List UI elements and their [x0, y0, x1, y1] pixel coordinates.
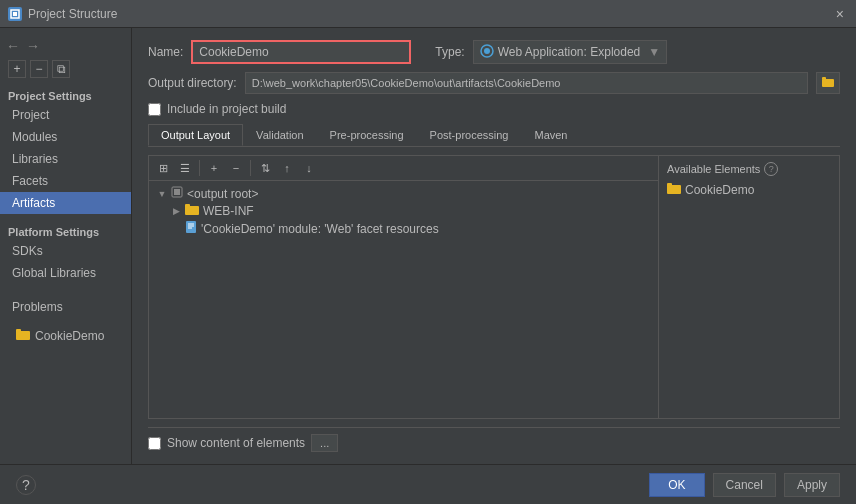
tab-validation[interactable]: Validation [243, 124, 317, 146]
tree-area: ▼ <output root> ▶ [149, 181, 658, 418]
apply-button[interactable]: Apply [784, 473, 840, 497]
output-dir-label: Output directory: [148, 76, 237, 90]
panel-sort-btn[interactable]: ⇅ [255, 159, 275, 177]
ok-button[interactable]: OK [649, 473, 704, 497]
sidebar-item-modules-label: Modules [12, 130, 57, 144]
sidebar-add-button[interactable]: + [8, 60, 26, 78]
available-folder-icon [667, 182, 681, 197]
list-icon: ☰ [180, 162, 190, 175]
output-dir-row: Output directory: [148, 72, 840, 94]
cancel-button[interactable]: Cancel [713, 473, 776, 497]
panel-add-btn[interactable]: + [204, 159, 224, 177]
sidebar-item-project[interactable]: Project [0, 104, 131, 126]
grid-icon: ⊞ [159, 162, 168, 175]
sidebar: ← → + − ⧉ Project Settings Project Modul… [0, 28, 132, 464]
svg-rect-1 [13, 12, 17, 16]
sidebar-item-facets[interactable]: Facets [0, 170, 131, 192]
name-type-row: Name: Type: Web Application: Exploded ▼ [148, 40, 840, 64]
svg-point-5 [484, 48, 490, 54]
tree-item-facet-resources[interactable]: 'CookieDemo' module: 'Web' facet resourc… [149, 219, 658, 238]
sidebar-toolbar: + − ⧉ [0, 56, 131, 84]
nav-forward-button[interactable]: → [24, 38, 42, 54]
tab-maven[interactable]: Maven [521, 124, 580, 146]
tree-item-output-root[interactable]: ▼ <output root> [149, 185, 658, 202]
svg-rect-12 [186, 221, 196, 233]
dialog-footer: ? OK Cancel Apply [0, 464, 856, 504]
project-settings-header: Project Settings [0, 84, 131, 104]
sidebar-artifact-cookiedemo[interactable]: CookieDemo [4, 326, 127, 345]
output-layout-area: ⊞ ☰ + − ⇅ [148, 155, 840, 419]
panel-up-btn[interactable]: ↑ [277, 159, 297, 177]
dialog-body: ← → + − ⧉ Project Settings Project Modul… [0, 28, 856, 464]
tab-pre-processing[interactable]: Pre-processing [317, 124, 417, 146]
panel-grid-btn[interactable]: ⊞ [153, 159, 173, 177]
sidebar-item-global-libraries[interactable]: Global Libraries [0, 262, 131, 284]
output-root-icon [171, 186, 183, 201]
up-icon: ↑ [284, 162, 290, 174]
folder-icon [16, 328, 30, 343]
svg-rect-9 [174, 189, 180, 195]
sidebar-item-artifacts-label: Artifacts [12, 196, 55, 210]
left-panel: ⊞ ☰ + − ⇅ [149, 156, 659, 418]
available-item-cookiedemo[interactable]: CookieDemo [663, 180, 835, 199]
sidebar-remove-button[interactable]: − [30, 60, 48, 78]
type-select-icon [480, 44, 494, 61]
tab-output-layout[interactable]: Output Layout [148, 124, 243, 146]
svg-rect-7 [822, 77, 826, 80]
output-dir-input[interactable] [245, 72, 808, 94]
sidebar-item-artifacts[interactable]: Artifacts [0, 192, 131, 214]
remove-icon: − [233, 162, 239, 174]
sidebar-item-sdks-label: SDKs [12, 244, 43, 258]
more-button[interactable]: ... [311, 434, 338, 452]
svg-rect-17 [667, 183, 672, 187]
nav-arrows: ← → [0, 36, 131, 56]
tree-expand-icon: ▼ [157, 189, 167, 199]
panel-down-btn[interactable]: ↓ [299, 159, 319, 177]
tree-item-facet-resources-label: 'CookieDemo' module: 'Web' facet resourc… [201, 222, 439, 236]
tree-item-webinf[interactable]: ▶ WEB-INF [149, 202, 658, 219]
sidebar-item-problems[interactable]: Problems [0, 296, 131, 318]
help-circle-icon[interactable]: ? [764, 162, 778, 176]
toolbar-divider-2 [250, 160, 251, 176]
sidebar-copy-button[interactable]: ⧉ [52, 60, 70, 78]
sidebar-item-libraries[interactable]: Libraries [0, 148, 131, 170]
tree-item-webinf-label: WEB-INF [203, 204, 254, 218]
sidebar-item-global-libraries-label: Global Libraries [12, 266, 96, 280]
name-label: Name: [148, 45, 183, 59]
svg-rect-11 [185, 204, 190, 208]
panel-toolbar: ⊞ ☰ + − ⇅ [149, 156, 658, 181]
sidebar-item-modules[interactable]: Modules [0, 126, 131, 148]
close-button[interactable]: × [832, 6, 848, 22]
webinf-folder-icon [185, 203, 199, 218]
sort-icon: ⇅ [261, 162, 270, 175]
include-build-row: Include in project build [148, 102, 840, 116]
tabs-bar: Output Layout Validation Pre-processing … [148, 124, 840, 147]
output-browse-button[interactable] [816, 72, 840, 94]
sidebar-item-libraries-label: Libraries [12, 152, 58, 166]
footer-help-button[interactable]: ? [16, 475, 36, 495]
available-elements-header: Available Elements ? [663, 160, 835, 180]
app-icon [8, 7, 22, 21]
tree-expand-webinf-icon: ▶ [171, 206, 181, 216]
title-bar: Project Structure × [0, 0, 856, 28]
toolbar-divider-1 [199, 160, 200, 176]
available-item-cookiedemo-label: CookieDemo [685, 183, 754, 197]
tab-post-processing[interactable]: Post-processing [417, 124, 522, 146]
include-build-checkbox[interactable] [148, 103, 161, 116]
name-input[interactable] [191, 40, 411, 64]
svg-rect-6 [822, 79, 834, 87]
sidebar-item-sdks[interactable]: SDKs [0, 240, 131, 262]
show-content-checkbox[interactable] [148, 437, 161, 450]
svg-rect-3 [16, 329, 21, 333]
type-select[interactable]: Web Application: Exploded ▼ [473, 40, 667, 64]
main-content: Name: Type: Web Application: Exploded ▼ [132, 28, 856, 464]
show-content-row: Show content of elements ... [148, 427, 840, 452]
panel-remove-btn[interactable]: − [226, 159, 246, 177]
nav-back-button[interactable]: ← [4, 38, 22, 54]
sidebar-item-facets-label: Facets [12, 174, 48, 188]
right-panel: Available Elements ? CookieDemo [659, 156, 839, 418]
type-label: Type: [435, 45, 464, 59]
facet-resources-icon [185, 220, 197, 237]
include-build-label: Include in project build [167, 102, 286, 116]
panel-list-btn[interactable]: ☰ [175, 159, 195, 177]
